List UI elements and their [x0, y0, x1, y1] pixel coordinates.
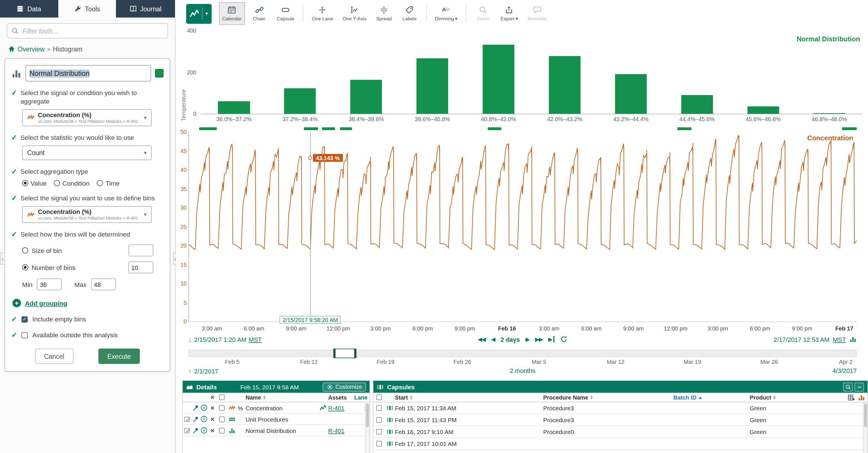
timezone-start-link[interactable]: MST — [249, 336, 262, 343]
toolbar-export-button[interactable]: Export▾ — [497, 2, 521, 25]
hist-bar[interactable] — [615, 74, 647, 114]
toolbar-labels-button[interactable]: Labels — [398, 2, 421, 25]
details-scrollbar[interactable] — [365, 402, 370, 453]
step-back-button[interactable]: ◀ — [491, 336, 495, 342]
remove-item-icon[interactable]: × — [211, 416, 214, 422]
capsule-bar[interactable] — [304, 127, 318, 130]
add-grouping-button[interactable]: + Add grouping — [12, 299, 163, 307]
info-icon[interactable]: i — [201, 416, 207, 422]
aggregation-option-condition[interactable]: Condition — [54, 180, 90, 187]
fast-forward-button[interactable]: ▶▶ — [535, 336, 542, 342]
cancel-button[interactable]: Cancel — [35, 349, 73, 364]
hist-bar[interactable] — [483, 45, 514, 114]
details-row[interactable]: i×Normal DistributionR-401 — [183, 425, 370, 436]
capsules-search-button[interactable] — [843, 382, 853, 391]
batch-id-column-header[interactable]: Batch ID▲ — [673, 394, 750, 400]
color-swatch-button[interactable] — [155, 69, 163, 78]
toolbar-calendar-button[interactable]: Calendar — [219, 2, 245, 25]
signal-select[interactable]: Concentration (%) vs.com. ModuleDB » Tes… — [22, 109, 152, 126]
details-row[interactable]: i×%ConcentrationR-4011 — [183, 402, 370, 414]
asset-link[interactable]: R-401 — [328, 404, 344, 411]
home-icon[interactable] — [8, 45, 15, 53]
capsule-checkbox[interactable] — [376, 429, 382, 434]
pin-item-icon[interactable] — [192, 416, 199, 422]
hist-bar[interactable] — [549, 56, 581, 114]
hist-bar[interactable] — [747, 106, 779, 114]
pin-item-icon[interactable] — [192, 427, 199, 434]
toolbar-chain-button[interactable]: Chain — [248, 2, 271, 25]
window-collapse-handle[interactable]: ‹ — [0, 252, 5, 265]
bins-signal-select[interactable]: Concentration (%) vs.com. ModuleDB » Tes… — [22, 206, 152, 223]
customize-button[interactable]: Customize — [322, 382, 366, 391]
select-all-capsules-checkbox[interactable] — [376, 394, 382, 400]
capsule-bar[interactable] — [340, 127, 352, 130]
capsule-row[interactable]: Feb 15, 2017 11:34 AMProcedure3Green — [373, 402, 867, 414]
start-column-header[interactable]: Start▲▼ — [395, 394, 543, 400]
procedure-name-column-header[interactable]: Procedure Name▲▼ — [543, 394, 673, 400]
item-checkbox[interactable] — [219, 427, 224, 433]
view-selector-button[interactable]: ▾ — [186, 4, 211, 24]
lane-column-header[interactable]: Lane▲ — [354, 394, 370, 400]
min-input[interactable] — [37, 278, 62, 290]
tab-tools[interactable]: Tools — [58, 0, 117, 18]
display-range-start[interactable]: 2/15/2017 1:20 AM — [194, 336, 246, 343]
available-outside-checkbox[interactable] — [22, 332, 28, 338]
edit-item-icon[interactable] — [184, 416, 190, 422]
refresh-icon[interactable] — [560, 336, 567, 343]
hist-bar[interactable] — [350, 80, 382, 114]
size-of-bin-input[interactable] — [128, 244, 153, 256]
tab-journal[interactable]: Journal — [117, 0, 175, 18]
capsule-bar[interactable] — [488, 127, 501, 130]
capsule-row[interactable]: Feb 15, 2017 11:43 PMProcedure3Green — [373, 414, 867, 426]
hist-bar[interactable] — [681, 95, 713, 114]
capsules-collapse-button[interactable] — [855, 382, 864, 391]
execute-button[interactable]: Execute — [98, 349, 140, 364]
info-icon[interactable]: i — [201, 427, 207, 433]
product-column-header[interactable]: Product▲▼ — [750, 394, 840, 400]
toolbar-one-y-axis-button[interactable]: One Y-Axis — [339, 2, 370, 25]
capsule-bar[interactable] — [842, 127, 857, 130]
capsule-checkbox[interactable] — [376, 417, 382, 423]
stats-icon[interactable] — [320, 404, 327, 411]
statistic-select[interactable]: Count ▾ — [22, 146, 152, 160]
capsule-checkbox[interactable] — [376, 405, 382, 411]
remove-all-items-button[interactable]: × — [208, 394, 217, 401]
radio-time[interactable] — [97, 180, 103, 186]
select-all-checkbox[interactable] — [219, 394, 224, 400]
jump-to-end-button[interactable]: ▶ — [548, 336, 554, 342]
max-input[interactable] — [91, 278, 116, 290]
capsule-bar[interactable] — [678, 127, 692, 130]
size-of-bin-radio[interactable] — [22, 247, 28, 253]
rewind-button[interactable]: ◀◀ — [478, 336, 486, 342]
radio-value[interactable] — [22, 180, 28, 186]
filter-tools-input[interactable] — [7, 23, 168, 38]
investigate-range-start[interactable]: 2/1/2017 — [194, 368, 218, 374]
investigate-range-duration[interactable]: 2 months — [510, 367, 535, 374]
name-column-header[interactable]: Name▲▼ — [246, 394, 318, 400]
toolbar-capsule-button[interactable]: Capsule — [273, 2, 298, 25]
info-icon[interactable]: i — [201, 404, 207, 411]
asset-link[interactable]: R-401 — [328, 427, 344, 434]
timeline-selection-handle[interactable] — [333, 349, 356, 358]
capsule-row[interactable]: Feb 16, 2017 9:10 AMProcedure0Green — [373, 426, 867, 438]
details-row[interactable]: i×Unit Procedures — [183, 414, 370, 425]
tab-data[interactable]: Data — [0, 0, 58, 18]
trend-chart[interactable]: 05101520253035404550 Concentration 43.14… — [188, 132, 857, 322]
hist-bar[interactable] — [284, 88, 316, 114]
display-range-end[interactable]: 2/17/2017 12:53 AM — [774, 336, 830, 343]
hist-bar[interactable] — [416, 58, 448, 114]
toolbar-dimming-button[interactable]: Dimming▾ — [431, 2, 461, 25]
number-of-bins-input[interactable] — [128, 262, 153, 273]
pin-item-icon[interactable] — [192, 404, 199, 411]
timezone-end-link[interactable]: MST — [833, 336, 846, 343]
item-checkbox[interactable] — [219, 416, 224, 422]
remove-item-icon[interactable]: × — [211, 404, 214, 411]
toolbar-spread-button[interactable]: Spread — [373, 2, 395, 25]
capsule-bar[interactable] — [199, 127, 216, 130]
capsule-row[interactable]: Feb 17, 2017 10:01 AM — [373, 438, 867, 450]
capsules-scrollbar[interactable] — [863, 402, 867, 453]
capsule-stats-icon[interactable] — [858, 394, 865, 401]
timeline-bar[interactable] — [188, 350, 857, 357]
include-empty-bins-checkbox[interactable] — [22, 316, 28, 322]
histogram-lane-icon[interactable] — [849, 336, 857, 343]
